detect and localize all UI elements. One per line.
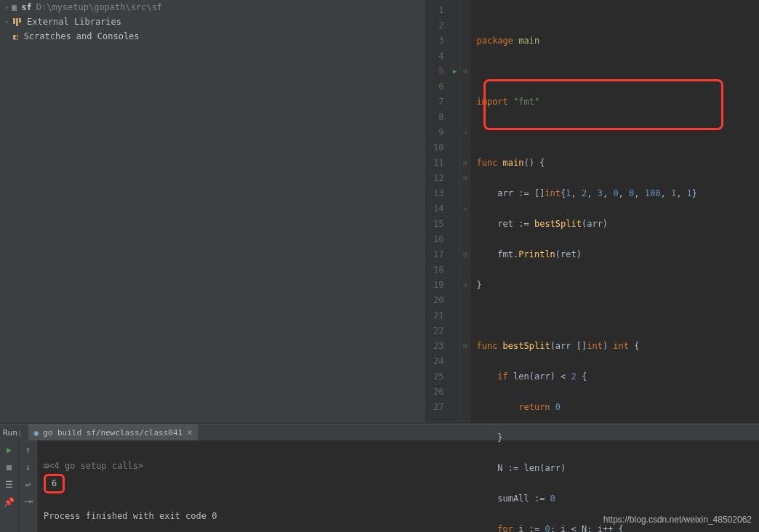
fold-minus-icon[interactable]: ⊟ <box>460 64 470 79</box>
fold-minus-icon[interactable]: ⊟ <box>460 247 470 262</box>
watermark: https://blog.csdn.net/weixin_48502062 <box>603 512 752 528</box>
chevron-right-icon[interactable]: › <box>3 4 10 11</box>
layout-icon[interactable]: ☰ <box>5 480 13 490</box>
run-config-tab[interactable]: ◉ go build sf/newclass/class041 × <box>28 424 198 440</box>
up-icon[interactable]: ↑ <box>25 445 31 455</box>
result-output: 6 <box>44 474 65 493</box>
scratches-row[interactable]: ◧ Scratches and Consoles <box>0 29 425 44</box>
code-area[interactable]: package main import "fmt" func main() { … <box>470 0 712 423</box>
console-output[interactable]: ⊞<4 go setup calls> 6 Process finished w… <box>38 440 759 532</box>
close-tab-icon[interactable]: × <box>187 427 192 438</box>
rerun-icon[interactable]: ▶ <box>7 445 12 455</box>
libraries-icon <box>13 18 21 26</box>
go-icon: ◉ <box>34 428 39 438</box>
editor-gutter: 12 34 56 78 910 1112 1314 1516 1718 1920… <box>426 0 470 423</box>
folder-icon: ▣ <box>12 2 17 12</box>
scroll-to-end-icon[interactable]: ⭲ <box>24 497 33 507</box>
gutter-marks: ▶ <box>449 0 459 423</box>
run-config-label: go build sf/newclass/class041 <box>43 428 182 438</box>
scratches-label: Scratches and Consoles <box>24 31 140 41</box>
project-root-path: D:\mysetup\gopath\src\sf <box>36 2 162 12</box>
soft-wrap-icon[interactable]: ↩ <box>25 480 31 490</box>
fold-minus-icon[interactable]: ⊟ <box>460 156 470 171</box>
setup-calls-line: <4 go setup calls> <box>49 461 143 471</box>
run-toolbar-2: ↑ ↓ ↩ ⭲ <box>19 440 38 532</box>
pin-icon[interactable]: 📌 <box>4 497 15 507</box>
project-root-name: sf <box>21 2 31 12</box>
fold-end-icon: ▫ <box>460 125 470 140</box>
line-number-column: 12 34 56 78 910 1112 1314 1516 1718 1920… <box>426 0 449 423</box>
fold-minus-icon[interactable]: ⊟ <box>460 171 470 186</box>
external-libraries-label: External Libraries <box>27 17 121 27</box>
stop-icon[interactable]: ■ <box>7 462 12 472</box>
project-tree[interactable]: › ▣ sf D:\mysetup\gopath\src\sf › Extern… <box>0 0 426 423</box>
external-libraries-row[interactable]: › External Libraries <box>0 15 425 29</box>
fold-end-icon: ▫ <box>460 278 470 293</box>
fold-minus-icon[interactable]: ⊟ <box>460 339 470 354</box>
fold-column: ⊟ ▫ ⊟ ⊟ ▫ ⊟ ▫ ⊟ <box>459 0 470 423</box>
chevron-right-icon[interactable]: › <box>3 18 10 25</box>
fold-end-icon: ▫ <box>460 201 470 217</box>
scratches-icon: ◧ <box>13 32 18 41</box>
exit-message: Process finished with exit code 0 <box>44 511 217 521</box>
code-editor[interactable]: 12 34 56 78 910 1112 1314 1516 1718 1920… <box>426 0 759 423</box>
run-title: Run: <box>3 428 23 438</box>
run-tool-window: Run: ◉ go build sf/newclass/class041 × ▶… <box>0 424 759 532</box>
project-root-row[interactable]: › ▣ sf D:\mysetup\gopath\src\sf <box>0 0 425 15</box>
run-gutter-icon[interactable]: ▶ <box>449 64 459 79</box>
down-icon[interactable]: ↓ <box>25 462 31 472</box>
run-toolbar-1: ▶ ■ ☰ 📌 <box>0 440 19 532</box>
